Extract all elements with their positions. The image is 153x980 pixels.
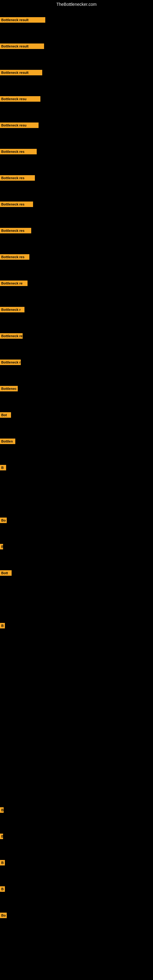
bottleneck-bar: Bo — [0, 517, 7, 523]
bottleneck-bar: Bottleneck r — [0, 360, 21, 365]
bottleneck-bar: Bottleneck re — [0, 280, 27, 286]
bottleneck-bar: B — [0, 834, 3, 839]
bottleneck-bar: Bottleneck res — [0, 175, 35, 181]
bottleneck-bar: Bottleneck res — [0, 254, 29, 260]
bottleneck-bar: Bottleneck result — [0, 17, 45, 23]
bottleneck-bar: B — [0, 544, 3, 549]
bottleneck-bar: Bottlen — [0, 439, 15, 444]
bottleneck-bar: Bottlenec — [0, 386, 18, 391]
bottleneck-bar: B — [0, 807, 4, 813]
bottleneck-bar: Bottleneck re — [0, 333, 22, 339]
bottleneck-bar: B — [0, 465, 6, 470]
bottleneck-bar: Bottleneck res — [0, 202, 33, 207]
bottleneck-bar: B — [0, 860, 5, 865]
bottleneck-bar: Bottleneck result — [0, 43, 44, 49]
bottleneck-bar: Bottleneck res — [0, 228, 31, 233]
bottleneck-bar: B — [0, 886, 5, 892]
bottleneck-bar: Bottleneck result — [0, 70, 42, 75]
site-title: TheBottlenecker.com — [0, 0, 153, 9]
bottleneck-bar: Bottleneck res — [0, 149, 37, 154]
bottleneck-bar: Bo — [0, 913, 7, 918]
bottleneck-bar: Bottleneck r — [0, 307, 24, 312]
bottleneck-bar: Bottleneck resu — [0, 123, 38, 128]
bottleneck-bar: Bot — [0, 412, 11, 418]
bottleneck-bar: Bott — [0, 570, 12, 576]
bottleneck-bar: Bottleneck resu — [0, 96, 40, 102]
bottleneck-bar: B — [0, 623, 5, 628]
